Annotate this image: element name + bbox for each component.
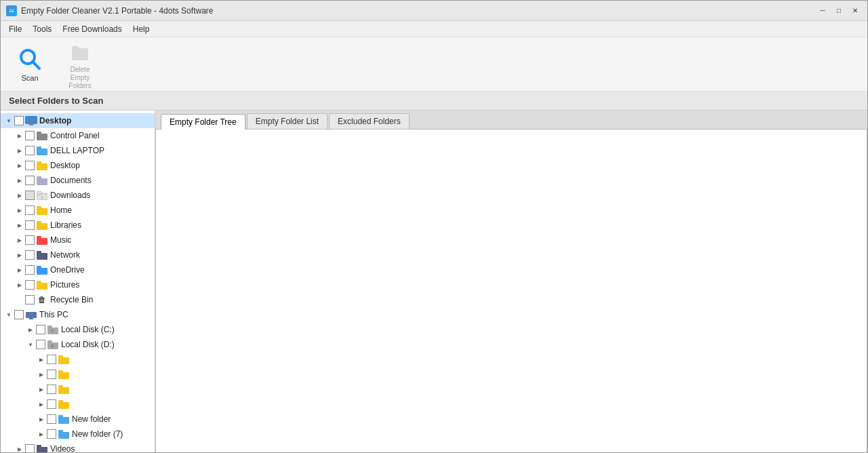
local-disk-d-icon: D: bbox=[47, 339, 59, 350]
svg-rect-26 bbox=[37, 266, 41, 269]
tree-item-downloads[interactable]: ▶ ↓ Downloads bbox=[1, 188, 155, 203]
checkbox-music[interactable] bbox=[25, 235, 35, 245]
expander-network[interactable]: ▶ bbox=[14, 252, 25, 258]
svg-rect-39 bbox=[58, 355, 63, 359]
checkbox-downloads[interactable] bbox=[25, 191, 35, 200]
checkbox-control-panel[interactable] bbox=[25, 131, 35, 140]
delete-empty-folders-button[interactable]: Delete Empty Folders bbox=[56, 41, 104, 87]
tree-item-d-sub2[interactable]: ▶ bbox=[1, 367, 155, 382]
checkbox-this-pc[interactable] bbox=[14, 310, 24, 319]
expander-onedrive[interactable]: ▶ bbox=[14, 267, 25, 273]
checkbox-onedrive[interactable] bbox=[25, 265, 35, 275]
maximize-button[interactable]: □ bbox=[832, 4, 846, 18]
expander-home[interactable]: ▶ bbox=[14, 208, 25, 214]
checkbox-new-folder-d[interactable] bbox=[47, 414, 56, 424]
tree-item-home[interactable]: ▶ Home bbox=[1, 203, 155, 218]
scan-label: Scan bbox=[21, 74, 38, 82]
tree-item-control-panel[interactable]: ▶ Control Panel bbox=[1, 128, 155, 143]
svg-text:↓: ↓ bbox=[41, 195, 43, 199]
tree-item-d-sub4[interactable]: ▶ bbox=[1, 397, 155, 412]
expander-desktop[interactable]: ▼ bbox=[3, 118, 14, 124]
expander-d-sub2[interactable]: ▶ bbox=[36, 372, 47, 378]
menu-file[interactable]: File bbox=[3, 23, 27, 35]
tree-item-this-pc[interactable]: ▼ This PC bbox=[1, 307, 155, 322]
folder-tree-panel[interactable]: ▼ Desktop ▶ Control Panel ▶ DELL LAPTOP bbox=[1, 111, 155, 453]
tree-item-dell-laptop[interactable]: ▶ DELL LAPTOP bbox=[1, 143, 155, 158]
expander-local-disk-c[interactable]: ▶ bbox=[25, 327, 36, 333]
checkbox-new-folder-7-d[interactable] bbox=[47, 429, 56, 439]
checkbox-documents[interactable] bbox=[25, 176, 35, 185]
folder-d-sub1-icon bbox=[58, 354, 70, 365]
menu-free-downloads[interactable]: Free Downloads bbox=[57, 23, 127, 35]
checkbox-recycle-bin[interactable] bbox=[25, 295, 35, 304]
tree-item-onedrive[interactable]: ▶ OneDrive bbox=[1, 262, 155, 277]
tree-label-new-folder-7-d: New folder (7) bbox=[72, 429, 123, 439]
expander-new-folder-7-d[interactable]: ▶ bbox=[36, 431, 47, 437]
scan-button[interactable]: Scan bbox=[6, 41, 54, 87]
checkbox-pictures[interactable] bbox=[25, 280, 35, 290]
tree-item-recycle-bin[interactable]: 🗑 Recycle Bin bbox=[1, 292, 155, 307]
expander-libraries[interactable]: ▶ bbox=[14, 222, 25, 229]
onedrive-icon bbox=[36, 264, 48, 275]
checkbox-desktop-sub[interactable] bbox=[25, 161, 35, 170]
tree-item-libraries[interactable]: ▶ Libraries bbox=[1, 218, 155, 233]
checkbox-local-disk-c[interactable] bbox=[36, 325, 45, 334]
expander-dell-laptop[interactable]: ▶ bbox=[14, 148, 25, 154]
tree-item-videos[interactable]: ▶ Videos bbox=[1, 441, 155, 453]
expander-d-sub4[interactable]: ▶ bbox=[36, 401, 47, 408]
expander-d-sub3[interactable]: ▶ bbox=[36, 387, 47, 393]
expander-downloads[interactable]: ▶ bbox=[14, 193, 25, 199]
expander-local-disk-d[interactable]: ▼ bbox=[25, 342, 36, 348]
tree-item-local-disk-c[interactable]: ▶ C: Local Disk (C:) bbox=[1, 322, 155, 337]
checkbox-local-disk-d[interactable] bbox=[36, 340, 45, 349]
tabs-bar: Empty Folder Tree Empty Folder List Excl… bbox=[155, 111, 867, 130]
minimize-button[interactable]: ─ bbox=[816, 4, 829, 18]
menu-help[interactable]: Help bbox=[127, 23, 155, 35]
checkbox-home[interactable] bbox=[25, 205, 35, 215]
expander-new-folder-d[interactable]: ▶ bbox=[36, 416, 47, 422]
tree-label-recycle-bin: Recycle Bin bbox=[50, 295, 93, 304]
checkbox-network[interactable] bbox=[25, 250, 35, 260]
section-header: Select Folders to Scan bbox=[1, 92, 867, 111]
tree-item-network[interactable]: ▶ Network bbox=[1, 248, 155, 262]
tree-item-new-folder-d[interactable]: ▶ New folder bbox=[1, 412, 155, 427]
expander-videos[interactable]: ▶ bbox=[14, 446, 25, 452]
tab-empty-folder-tree[interactable]: Empty Folder Tree bbox=[161, 114, 245, 130]
checkbox-desktop[interactable] bbox=[14, 116, 24, 125]
tree-item-desktop-sub[interactable]: ▶ Desktop bbox=[1, 158, 155, 173]
checkbox-d-sub1[interactable] bbox=[47, 355, 56, 364]
svg-rect-29 bbox=[26, 312, 37, 318]
expander-d-sub1[interactable]: ▶ bbox=[36, 357, 47, 363]
checkbox-d-sub4[interactable] bbox=[47, 399, 56, 409]
tree-label-local-disk-c: Local Disk (C:) bbox=[61, 325, 115, 334]
expander-this-pc[interactable]: ▼ bbox=[3, 312, 14, 318]
tree-label-control-panel: Control Panel bbox=[50, 131, 100, 140]
checkbox-dell-laptop[interactable] bbox=[25, 146, 35, 155]
tree-item-new-folder-7-d[interactable]: ▶ New folder (7) bbox=[1, 427, 155, 441]
checkbox-videos[interactable] bbox=[25, 444, 35, 453]
tab-excluded-folders[interactable]: Excluded Folders bbox=[329, 113, 410, 129]
titlebar-controls[interactable]: ─ □ ✕ bbox=[816, 4, 862, 18]
tree-item-local-disk-d[interactable]: ▼ D: Local Disk (D:) bbox=[1, 337, 155, 352]
svg-rect-2 bbox=[72, 48, 88, 60]
tree-item-d-sub1[interactable]: ▶ bbox=[1, 352, 155, 367]
tree-item-music[interactable]: ▶ Music bbox=[1, 233, 155, 248]
expander-documents[interactable]: ▶ bbox=[14, 178, 25, 184]
expander-pictures[interactable]: ▶ bbox=[14, 282, 25, 288]
close-button[interactable]: ✕ bbox=[848, 4, 862, 18]
checkbox-d-sub2[interactable] bbox=[47, 370, 56, 379]
tree-item-documents[interactable]: ▶ Documents bbox=[1, 173, 155, 188]
tab-empty-folder-list[interactable]: Empty Folder List bbox=[247, 113, 328, 129]
tree-item-desktop[interactable]: ▼ Desktop bbox=[1, 113, 155, 128]
expander-desktop-sub[interactable]: ▶ bbox=[14, 163, 25, 169]
expander-music[interactable]: ▶ bbox=[14, 237, 25, 243]
checkbox-d-sub3[interactable] bbox=[47, 385, 56, 394]
tree-item-pictures[interactable]: ▶ Pictures bbox=[1, 277, 155, 292]
documents-icon bbox=[36, 175, 48, 186]
control-panel-icon bbox=[36, 130, 48, 141]
tree-item-d-sub3[interactable]: ▶ bbox=[1, 382, 155, 397]
checkbox-libraries[interactable] bbox=[25, 220, 35, 230]
folder-new-7-d-icon bbox=[58, 429, 70, 439]
expander-control-panel[interactable]: ▶ bbox=[14, 133, 25, 139]
menu-tools[interactable]: Tools bbox=[27, 23, 57, 35]
